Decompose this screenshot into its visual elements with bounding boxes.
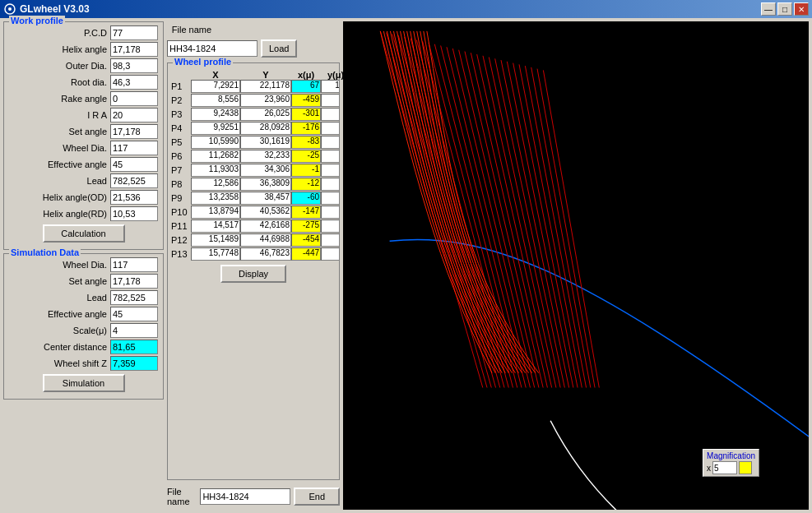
cell-y-4: 30,1619 — [240, 136, 291, 149]
row-label-10: P11 — [171, 221, 191, 231]
display-button[interactable]: Display — [220, 265, 286, 283]
table-row: P11 14,517 42,6168 -275 — [171, 220, 336, 233]
row-label-4: P5 — [171, 137, 191, 147]
sim-field-label-4: Scale(μ) — [9, 326, 110, 335]
sim-field-label-1: Set angle — [9, 276, 110, 286]
cell-ymu-9 — [321, 206, 339, 219]
filename-top-label: File name — [167, 25, 216, 35]
cell-xmu-2: -301 — [291, 108, 321, 121]
table-row: P3 9,2438 26,025 -301 — [171, 108, 336, 121]
filename-top-input-row: Load — [167, 36, 340, 59]
cell-ymu-7 — [321, 178, 339, 191]
work-field-input-3[interactable] — [110, 75, 158, 90]
magnification-input[interactable] — [712, 461, 737, 474]
gl-canvas — [343, 21, 809, 510]
work-field-row: Outer Dia. — [9, 58, 158, 73]
cell-x-6: 11,9303 — [191, 164, 240, 177]
row-label-7: P8 — [171, 179, 191, 189]
wheel-profile-title: Wheel profile — [173, 57, 233, 67]
cell-xmu-12: -447 — [291, 247, 321, 261]
canvas-panel: Magnification x — [343, 21, 809, 510]
cell-xmu-5: -25 — [291, 150, 321, 163]
load-button[interactable]: Load — [261, 39, 297, 58]
work-field-row: Effective angle — [9, 157, 158, 172]
filename-top-input[interactable] — [167, 40, 258, 57]
cell-y-9: 40,5362 — [240, 206, 291, 219]
cell-y-11: 44,6988 — [240, 233, 291, 247]
work-field-input-8[interactable] — [110, 157, 158, 172]
work-field-input-2[interactable] — [110, 58, 158, 73]
work-field-input-0[interactable] — [110, 25, 158, 40]
table-row: P5 10,5990 30,1619 -83 — [171, 136, 336, 149]
svg-point-1 — [8, 7, 12, 11]
cell-ymu-0: 150 — [321, 80, 339, 93]
cell-y-5: 32,233 — [240, 150, 291, 163]
work-field-row: Helix angle — [9, 42, 158, 57]
work-field-input-5[interactable] — [110, 108, 158, 122]
work-field-input-6[interactable] — [110, 124, 158, 139]
mag-x-label: x — [707, 464, 711, 473]
left-panel: Work profile P.C.D Helix angle Outer Dia… — [3, 21, 164, 510]
table-scroll: P1 7,2921 22,1178 67 150 P2 8,556 23,960… — [168, 80, 339, 261]
table-row: P12 15,1489 44,6988 -454 — [171, 233, 336, 247]
table-row: P4 9,9251 28,0928 -176 — [171, 122, 336, 135]
minimize-button[interactable]: — — [761, 2, 776, 16]
cell-ymu-3 — [321, 122, 339, 135]
sim-field-input-2[interactable] — [110, 290, 158, 305]
cell-y-7: 36,3809 — [240, 178, 291, 191]
sim-field-input-3[interactable] — [110, 307, 158, 321]
sim-field-input-5[interactable] — [110, 340, 158, 354]
cell-x-5: 11,2682 — [191, 150, 240, 163]
maximize-button[interactable]: □ — [777, 2, 792, 16]
work-field-input-10[interactable] — [110, 190, 158, 205]
row-label-1: P2 — [171, 95, 191, 105]
work-field-input-9[interactable] — [110, 173, 158, 188]
work-field-label-10: Helix angle(OD) — [9, 192, 110, 202]
calculation-button[interactable]: Calculation — [43, 224, 125, 243]
work-field-row: Lead — [9, 173, 158, 188]
work-field-row: Wheel Dia. — [9, 141, 158, 155]
sim-field-input-1[interactable] — [110, 274, 158, 289]
cell-xmu-8: -60 — [291, 192, 321, 205]
sim-field-label-5: Center distance — [9, 342, 110, 352]
cell-x-7: 12,586 — [191, 178, 240, 191]
cell-xmu-10: -275 — [291, 220, 321, 233]
end-button[interactable]: End — [294, 488, 340, 506]
cell-y-3: 28,0928 — [240, 122, 291, 135]
cell-ymu-1 — [321, 94, 339, 107]
sim-field-label-2: Lead — [9, 293, 110, 303]
row-label-6: P7 — [171, 165, 191, 175]
sim-field-row: Center distance — [9, 340, 158, 354]
cell-x-9: 13,8794 — [191, 206, 240, 219]
cell-y-6: 34,306 — [240, 164, 291, 177]
sim-field-input-6[interactable] — [110, 356, 158, 371]
cell-x-1: 8,556 — [191, 94, 240, 107]
simulation-button[interactable]: Simulation — [43, 374, 125, 392]
sim-field-row: Wheel Dia. — [9, 257, 158, 272]
work-field-input-4[interactable] — [110, 91, 158, 106]
sim-field-row: Set angle — [9, 274, 158, 289]
cell-y-0: 22,1178 — [240, 80, 291, 93]
work-field-row: Helix angle(OD) — [9, 190, 158, 205]
sim-field-input-4[interactable] — [110, 323, 158, 338]
work-field-label-4: Rake angle — [9, 94, 110, 104]
filename-bottom-input[interactable] — [200, 488, 290, 505]
work-field-input-11[interactable] — [110, 206, 158, 221]
cell-xmu-11: -454 — [291, 233, 321, 247]
cell-xmu-0: 67 — [291, 80, 321, 93]
title-icon — [3, 2, 16, 16]
cell-x-3: 9,9251 — [191, 122, 240, 135]
middle-panel: File name Load Wheel profile X Y x(μ) y(… — [167, 21, 340, 510]
work-field-input-7[interactable] — [110, 141, 158, 155]
filename-bottom-label: File name — [167, 487, 197, 506]
sim-field-input-0[interactable] — [110, 257, 158, 272]
cell-xmu-4: -83 — [291, 136, 321, 149]
row-label-0: P1 — [171, 81, 191, 91]
cell-x-11: 15,1489 — [191, 233, 240, 247]
work-field-row: Rake angle — [9, 91, 158, 106]
cell-x-2: 9,2438 — [191, 108, 240, 121]
work-field-label-0: P.C.D — [9, 28, 110, 38]
work-field-input-1[interactable] — [110, 42, 158, 57]
close-button[interactable]: ✕ — [794, 2, 809, 16]
magnification-row: x — [707, 461, 755, 474]
